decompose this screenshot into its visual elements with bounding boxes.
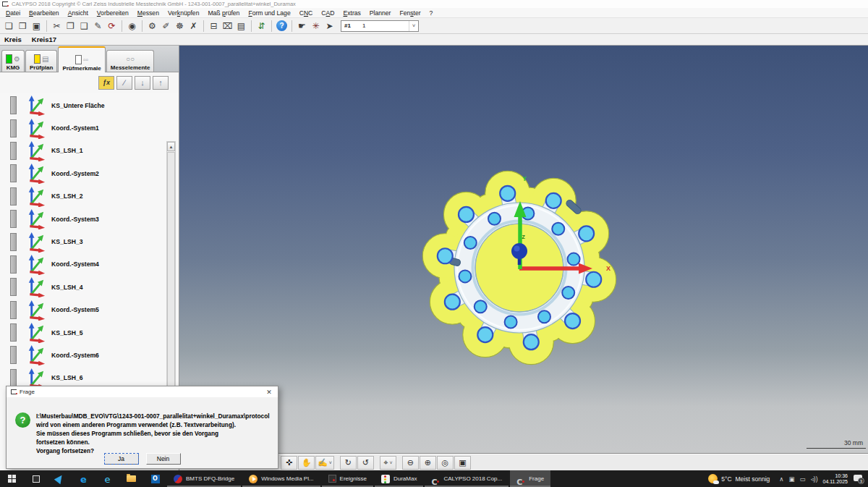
tab-kmg[interactable]: ⚙KMG: [1, 50, 25, 72]
paste-icon[interactable]: ❑: [77, 20, 91, 33]
list-item-ks-lsh-4[interactable]: KS_LSH_4: [0, 276, 179, 298]
close-icon[interactable]: ✕: [264, 389, 274, 396]
refresh-icon[interactable]: ⟳: [105, 20, 119, 33]
volume-icon[interactable]: ◃)): [811, 475, 818, 483]
taskbar-wmp-button[interactable]: Windows Media Pl...: [242, 470, 320, 487]
taskbar-clock[interactable]: 10:36 04.11.2025: [822, 473, 848, 485]
trash-icon[interactable]: ⌧: [221, 20, 234, 33]
menu-item-messen[interactable]: Messen: [133, 8, 163, 18]
search-icon[interactable]: ◉: [125, 20, 139, 33]
new-icon[interactable]: ❏: [2, 20, 16, 33]
rotate-ccw-button[interactable]: ↺: [357, 456, 374, 470]
menu-item-cnc[interactable]: CNC: [295, 8, 318, 18]
menu-item-planner[interactable]: Planner: [365, 8, 396, 18]
gear-edit-icon[interactable]: ☸: [173, 20, 187, 33]
scrollbar-thumb[interactable]: [167, 152, 175, 391]
list-item-ks-lsh-2[interactable]: KS_LSH_2: [0, 185, 179, 208]
strategy-icon[interactable]: ✐: [159, 20, 173, 33]
menu-item-form-und-lage[interactable]: Form und Lage: [244, 8, 294, 18]
rotate-hand-button[interactable]: ✋: [298, 456, 315, 470]
list-item-koord-system1[interactable]: Koord.-System1: [0, 117, 179, 139]
menu-item-help[interactable]: ?: [425, 8, 438, 18]
list-item-ks-untere-fl-che[interactable]: KS_Untere Fläche: [0, 94, 179, 117]
action-center-icon[interactable]: 3: [853, 474, 864, 483]
manual-run-icon[interactable]: ☛: [295, 20, 309, 33]
rotate-cw-button[interactable]: ↻: [340, 456, 357, 470]
cut-icon[interactable]: ✂: [50, 20, 64, 33]
scroll-up-icon[interactable]: ▲: [167, 142, 175, 151]
probe-qualify-icon[interactable]: ➤: [323, 20, 336, 33]
outlook-button[interactable]: [143, 470, 167, 487]
taskbar-frage-button[interactable]: Frage: [510, 470, 550, 487]
ja-button[interactable]: Ja: [104, 453, 139, 465]
dialog-title-bar[interactable]: Frage ✕: [7, 386, 278, 397]
zoom-in-button[interactable]: ⊕: [420, 456, 436, 470]
edge-button[interactable]: [72, 470, 95, 487]
probe-change-icon[interactable]: ✳: [309, 20, 323, 33]
cad-viewport[interactable]: YXZ 30 mm ✜✋✍˅↻↺⌖˅⊖⊕◎▣: [179, 46, 868, 470]
list-item-ks-lsh-1[interactable]: KS_LSH_1: [0, 140, 179, 162]
taskbar-ereignisse-button[interactable]: Ereignisse: [322, 470, 373, 487]
probe-tool-button[interactable]: ⌖˅: [380, 456, 396, 470]
menu-item-ma-pr-fen[interactable]: Maß prüfen: [203, 8, 244, 18]
crossed-tools-icon[interactable]: ✗: [187, 20, 200, 33]
menu-item-ansicht[interactable]: Ansicht: [64, 8, 93, 18]
tab-swatch: [75, 55, 82, 64]
chevron-down-icon[interactable]: ˅: [409, 21, 418, 31]
fit-view-button[interactable]: ▣: [454, 456, 471, 470]
feature-bar: Kreis Kreis17: [0, 34, 868, 46]
tab-pr-fmerkmale[interactable]: ▫▫Prüfmerkmale: [58, 46, 105, 72]
list-item-koord-system6[interactable]: Koord.-System6: [0, 344, 179, 366]
menu-item-fenster[interactable]: Fenster: [395, 8, 425, 18]
probe-xyz-button[interactable]: ✍˅: [315, 456, 334, 470]
weather-widget[interactable]: 5°C Meist sonnig: [708, 474, 774, 483]
start-button[interactable]: [0, 470, 24, 487]
run-selector-prefix: #1: [341, 22, 351, 29]
menu-item-extras[interactable]: Extras: [339, 8, 365, 18]
list-item-koord-system5[interactable]: Koord.-System5: [0, 299, 179, 321]
help-icon[interactable]: ?: [276, 20, 287, 31]
tab-messelemente[interactable]: ○○Messelemente: [106, 50, 155, 72]
tab-pr-fplan[interactable]: ▤Prüfplan: [25, 50, 57, 72]
list-item-ks-lsh-5[interactable]: KS_LSH_5: [0, 321, 179, 344]
report-icon[interactable]: ▤: [234, 20, 248, 33]
menu-item-datei[interactable]: Datei: [1, 8, 25, 18]
run-selector[interactable]: #1 1 ˅: [341, 20, 419, 32]
internet-explorer-button[interactable]: [95, 470, 119, 487]
pinned-app-button[interactable]: [48, 470, 72, 487]
menu-item-cad[interactable]: CAD: [317, 8, 339, 18]
taskbar-duramax-button[interactable]: DuraMax: [375, 470, 423, 487]
move-up-button[interactable]: ↑: [153, 76, 169, 90]
brush-icon[interactable]: ✎: [91, 20, 105, 33]
taskbar-calypso-button[interactable]: CALYPSO 2018 Cop...: [425, 470, 509, 487]
list-item-label: Koord.-System4: [51, 261, 99, 268]
open-icon[interactable]: ❒: [16, 20, 30, 33]
pan-view-button[interactable]: ✜: [281, 456, 297, 470]
save-icon[interactable]: ▣: [30, 20, 43, 33]
nein-button[interactable]: Nein: [146, 453, 181, 465]
zoom-out-button[interactable]: ⊖: [402, 456, 419, 470]
taskbar-bmts-button[interactable]: BMTS DFQ-Bridge: [167, 470, 241, 487]
tray-expand-icon[interactable]: ∧: [779, 475, 783, 483]
status-bar: [10, 346, 17, 364]
network-icon[interactable]: ▭: [800, 475, 806, 483]
formula-button[interactable]: ƒx: [98, 76, 114, 90]
task-view-button[interactable]: [24, 470, 48, 487]
menu-item-verkn-pfen[interactable]: Verknüpfen: [163, 8, 204, 18]
edit-button[interactable]: ∕: [116, 76, 132, 90]
gear-icon[interactable]: ⚙: [145, 20, 159, 33]
tray-app-icon[interactable]: ▣: [788, 475, 794, 483]
list-item-koord-system3[interactable]: Koord.-System3: [0, 208, 179, 230]
list-item-ks-lsh-3[interactable]: KS_LSH_3: [0, 230, 179, 253]
copy-icon[interactable]: ❐: [64, 20, 77, 33]
list-item-koord-system2[interactable]: Koord.-System2: [0, 162, 179, 185]
print-icon[interactable]: ⊟: [207, 20, 221, 33]
cad-part-model[interactable]: YXZ: [179, 46, 868, 454]
menu-item-vorbereiten[interactable]: Vorbereiten: [93, 8, 133, 18]
menu-item-bearbeiten[interactable]: Bearbeiten: [25, 8, 64, 18]
list-item-koord-system4[interactable]: Koord.-System4: [0, 253, 179, 276]
file-explorer-button[interactable]: [119, 470, 143, 487]
move-down-button[interactable]: ↓: [135, 76, 150, 90]
cnc-transfer-icon[interactable]: ⇵: [255, 20, 268, 33]
zoom-window-button[interactable]: ◎: [437, 456, 454, 470]
